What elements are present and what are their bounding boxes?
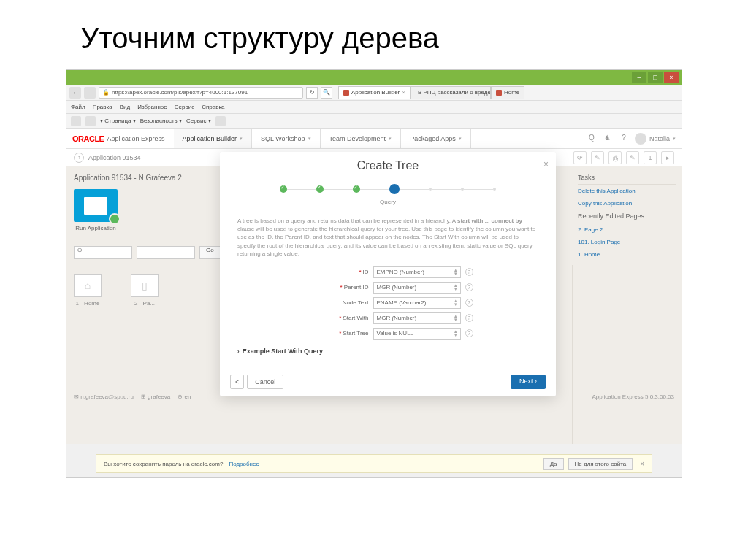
home-icon: ⌂: [85, 280, 91, 291]
chevron-down-icon: ▾: [240, 136, 243, 142]
slide-title: Уточним структуру дерева: [0, 0, 748, 69]
recent-1[interactable]: 101. Login Page: [578, 236, 676, 248]
footer-email: ✉ n.grafeeva@spbu.ru: [74, 394, 134, 400]
lock-icon: 🔒: [102, 89, 110, 96]
url-text: https://apex.oracle.com/pls/apex/f?p=400…: [112, 89, 248, 96]
tab-team-dev[interactable]: Team Development▾: [321, 129, 402, 148]
minimize-button[interactable]: –: [632, 72, 646, 83]
oracle-logo: ORACLE: [72, 134, 104, 143]
help-icon[interactable]: ?: [465, 283, 473, 291]
recent-header: Recently Edited Pages: [578, 210, 676, 223]
modal-title: Create Tree: [227, 159, 549, 172]
help-icon[interactable]: ?: [465, 299, 473, 307]
action-5[interactable]: 1: [644, 151, 657, 164]
page-item-2[interactable]: ▯ 2 - Pa...: [131, 274, 159, 307]
save-pw-yes-button[interactable]: Да: [543, 458, 564, 470]
start-with-select[interactable]: MGR (Number)▴▾: [373, 312, 461, 324]
run-app-card[interactable]: Run Application: [74, 189, 118, 231]
apex-tabs: Application Builder▾ SQL Workshop▾ Team …: [174, 129, 471, 148]
help-icon[interactable]: ?: [465, 268, 473, 276]
search-icon[interactable]: Q: [587, 134, 597, 144]
window-close-button[interactable]: ×: [664, 72, 679, 83]
tasks-header: Tasks: [578, 171, 676, 185]
node-text-select[interactable]: ENAME (Varchar2)▴▾: [373, 297, 461, 309]
feed-icon[interactable]: [85, 116, 96, 126]
page-icon: ▯: [142, 280, 148, 291]
footer-workspace: ⊞ grafeeva: [141, 394, 170, 400]
browser-menubar: Файл Правка Вид Избранное Сервис Справка: [66, 101, 682, 114]
field-node-text: Node Text ENAME (Varchar2)▴▾ ?: [237, 297, 538, 309]
action-1[interactable]: ⟳: [573, 151, 587, 164]
save-pw-more-link[interactable]: Подробнее: [229, 461, 259, 467]
browser-tab-0[interactable]: Application Builder×: [338, 86, 411, 99]
id-select[interactable]: EMPNO (Number)▴▾: [373, 266, 461, 278]
browser-tab-2[interactable]: Home: [491, 86, 524, 99]
tab-packaged-apps[interactable]: Packaged Apps▾: [401, 129, 471, 148]
admin-icon[interactable]: ♞: [603, 134, 613, 144]
browser-toolbar: ▾ Страница ▾ Безопасность ▾ Сервис ▾: [66, 114, 682, 129]
recent-0[interactable]: 2. Page 2: [578, 223, 676, 236]
step-current-icon: [389, 184, 400, 194]
menu-help[interactable]: Справка: [202, 104, 224, 110]
action-3[interactable]: ௹: [608, 151, 622, 164]
url-input[interactable]: 🔒 https://apex.oracle.com/pls/apex/f?p=4…: [99, 87, 303, 99]
chevron-right-icon: ›: [237, 348, 240, 356]
browser-addressbar: ← → 🔒 https://apex.oracle.com/pls/apex/f…: [66, 85, 682, 101]
up-icon[interactable]: ↑: [74, 153, 84, 163]
start-tree-select[interactable]: Value is NULL▴▾: [373, 328, 461, 340]
tab-icon: [496, 90, 502, 96]
help-icon[interactable]: ?: [465, 329, 473, 337]
help-icon[interactable]: ?: [465, 314, 473, 322]
field-start-tree: *Start Tree Value is NULL▴▾ ?: [237, 328, 538, 340]
browser-tab-1[interactable]: В РПЦ рассказали о вреде ра...: [411, 86, 491, 99]
footer-version: Application Express 5.0.3.00.03: [592, 394, 674, 400]
page-item-1[interactable]: ⌂ 1 - Home: [74, 274, 102, 307]
tab-icon: [343, 90, 349, 96]
step-done-icon: [353, 185, 360, 193]
forward-button[interactable]: →: [84, 87, 96, 99]
menu-file[interactable]: Файл: [71, 104, 85, 110]
footer-lang: ⊕ en: [178, 394, 191, 400]
save-pw-text: Вы хотите сохранить пароль на oracle.com…: [104, 461, 223, 467]
run-icon[interactable]: ▸: [661, 151, 674, 164]
menu-favorites[interactable]: Избранное: [137, 104, 167, 110]
step-future-icon: [461, 188, 464, 191]
tab-app-builder[interactable]: Application Builder▾: [174, 129, 253, 148]
user-menu[interactable]: Natalia ▾: [635, 133, 676, 145]
cancel-button[interactable]: Cancel: [247, 375, 283, 389]
chevron-down-icon: ▾: [459, 136, 462, 142]
back-button[interactable]: <: [230, 375, 244, 389]
save-pw-no-button[interactable]: Не для этого сайта: [568, 458, 633, 470]
maximize-button[interactable]: □: [648, 72, 663, 83]
tab-sql-workshop[interactable]: SQL Workshop▾: [252, 129, 321, 148]
reload-button[interactable]: ↻: [306, 87, 318, 99]
home-icon[interactable]: [71, 116, 81, 126]
menu-view[interactable]: Вид: [120, 104, 130, 110]
screenshot: – □ × ← → 🔒 https://apex.oracle.com/pls/…: [66, 69, 682, 478]
parent-id-select[interactable]: MGR (Number)▴▾: [373, 282, 461, 294]
filter-select[interactable]: [137, 246, 195, 259]
next-button[interactable]: Next ›: [511, 375, 546, 389]
back-button[interactable]: ←: [69, 87, 81, 99]
help-icon[interactable]: [215, 116, 226, 126]
action-2[interactable]: ✎: [591, 151, 604, 164]
help-icon[interactable]: ?: [619, 134, 629, 144]
field-parent-id: *Parent ID MGR (Number)▴▾ ?: [237, 282, 538, 294]
modal-close-button[interactable]: ×: [543, 159, 549, 169]
go-button[interactable]: Go: [199, 246, 221, 259]
step-done-icon: [280, 185, 287, 193]
action-4[interactable]: ✎: [626, 151, 639, 164]
copy-app-link[interactable]: Copy this Application: [578, 197, 676, 210]
delete-app-link[interactable]: Delete this Application: [578, 185, 676, 197]
save-password-bar: Вы хотите сохранить пароль на oracle.com…: [96, 454, 652, 473]
close-icon[interactable]: ×: [402, 89, 405, 96]
search-input[interactable]: Q: [74, 246, 132, 259]
recent-2[interactable]: 1. Home: [578, 248, 676, 261]
search-button[interactable]: 🔍: [321, 87, 332, 99]
example-query-toggle[interactable]: › Example Start With Query: [237, 347, 538, 356]
close-icon[interactable]: ×: [640, 460, 644, 468]
step-done-icon: [316, 185, 324, 193]
menu-edit[interactable]: Правка: [93, 104, 112, 110]
menu-tools[interactable]: Сервис: [175, 104, 194, 110]
breadcrumb-text: Application 91534: [88, 154, 141, 161]
